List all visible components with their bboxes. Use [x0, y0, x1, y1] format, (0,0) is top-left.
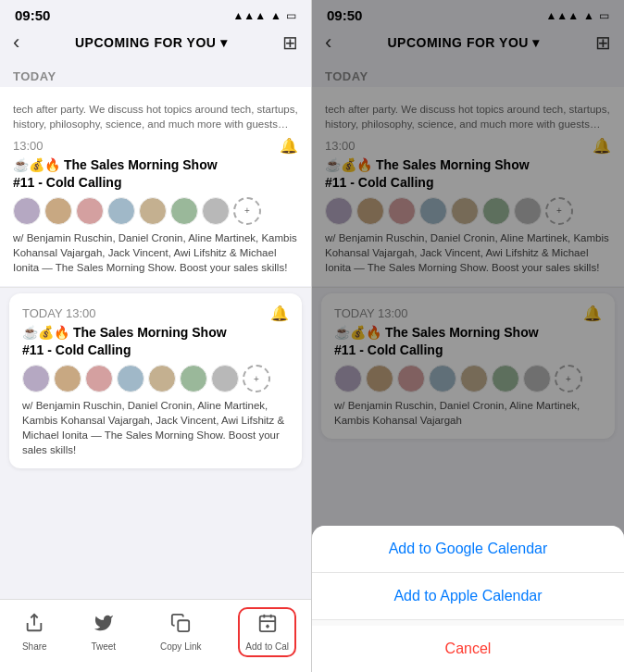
signal-icon: ▲▲▲ — [232, 9, 266, 22]
top-event-card-left[interactable]: tech after party. We discuss hot topics … — [0, 87, 311, 286]
tweet-label: Tweet — [91, 641, 116, 652]
detail-avatar-2 — [54, 365, 81, 392]
cancel-option[interactable]: Cancel — [312, 626, 624, 672]
event1-title-left: ☕️💰🔥 The Sales Morning Show #11 - Cold C… — [13, 156, 298, 192]
wifi-icon: ▲ — [270, 9, 281, 22]
divider-left — [0, 287, 311, 288]
left-phone: 09:50 ▲▲▲ ▲ ▭ ‹ UPCOMING FOR YOU ▾ ⊞ TOD… — [0, 0, 312, 672]
detail-time-left: TODAY 13:00 — [22, 306, 96, 320]
detail-avatar-6 — [180, 365, 207, 392]
calendar-sheet: Add to Google Calendar Add to Apple Cale… — [312, 0, 624, 672]
section-today-left: TODAY — [0, 62, 311, 87]
back-button-left[interactable]: ‹ — [13, 31, 19, 55]
copy-link-action[interactable]: Copy Link — [153, 609, 208, 655]
add-google-cal-option[interactable]: Add to Google Calendar — [312, 526, 624, 573]
avatar-7 — [202, 197, 230, 225]
event1-desc-left: w/ Benjamin Ruschin, Daniel Cronin, Alin… — [13, 230, 298, 275]
svg-rect-1 — [179, 620, 190, 631]
status-icons-left: ▲▲▲ ▲ ▭ — [232, 9, 296, 22]
scroll-content-left: TODAY tech after party. We discuss hot t… — [0, 62, 311, 599]
event1-time-left: 13:00 — [13, 139, 44, 153]
svg-rect-2 — [259, 616, 275, 632]
add-icon-left[interactable]: ⊞ — [282, 31, 298, 54]
avatar-5 — [139, 197, 167, 225]
tweet-icon — [94, 613, 114, 639]
avatar-1 — [13, 197, 41, 225]
add-to-cal-icon — [257, 613, 278, 639]
battery-icon: ▭ — [286, 9, 296, 22]
detail-avatar-row-left: + — [22, 365, 289, 392]
detail-desc-left: w/ Benjamin Ruschin, Daniel Cronin, Alin… — [22, 398, 289, 457]
detail-avatar-1 — [22, 365, 50, 392]
bell-icon-left: 🔔 — [280, 137, 298, 155]
status-bar-left: 09:50 ▲▲▲ ▲ ▭ — [0, 0, 311, 27]
detail-card-left[interactable]: TODAY 13:00 🔔 ☕️💰🔥 The Sales Morning Sho… — [9, 293, 302, 468]
detail-avatar-5 — [148, 365, 176, 392]
detail-bell-icon-left: 🔔 — [270, 305, 289, 322]
copy-link-icon — [170, 613, 191, 639]
tweet-action[interactable]: Tweet — [83, 609, 123, 655]
top-description-left: tech after party. We discuss hot topics … — [13, 98, 298, 131]
share-action[interactable]: Share — [15, 609, 55, 655]
avatar-4 — [107, 197, 135, 225]
detail-avatar-more: + — [243, 365, 270, 392]
detail-title-left: ☕️💰🔥 The Sales Morning Show #11 - Cold C… — [22, 324, 289, 359]
header-title-left: UPCOMING FOR YOU ▾ — [75, 35, 227, 50]
app-header-left: ‹ UPCOMING FOR YOU ▾ ⊞ — [0, 27, 311, 62]
detail-avatar-3 — [85, 365, 113, 392]
right-phone: 09:50 ▲▲▲ ▲ ▭ ‹ UPCOMING FOR YOU ▾ ⊞ TOD… — [312, 0, 624, 672]
add-to-cal-label: Add to Cal — [245, 641, 289, 652]
share-label: Share — [22, 641, 47, 652]
action-bar-left: Share Tweet Copy Link — [0, 599, 311, 672]
avatar-more: + — [233, 197, 261, 225]
sheet-options: Add to Google Calendar Add to Apple Cale… — [312, 526, 624, 672]
detail-avatar-7 — [211, 365, 239, 392]
avatar-2 — [44, 197, 72, 225]
add-apple-cal-option[interactable]: Add to Apple Calendar — [312, 573, 624, 620]
add-to-cal-action[interactable]: Add to Cal — [238, 607, 296, 657]
avatar-6 — [170, 197, 198, 225]
share-icon — [24, 613, 44, 639]
detail-avatar-4 — [117, 365, 144, 392]
status-time-left: 09:50 — [15, 7, 50, 23]
avatar-row-event1-left: + — [13, 197, 298, 225]
avatar-3 — [76, 197, 104, 225]
copy-link-label: Copy Link — [160, 641, 201, 652]
